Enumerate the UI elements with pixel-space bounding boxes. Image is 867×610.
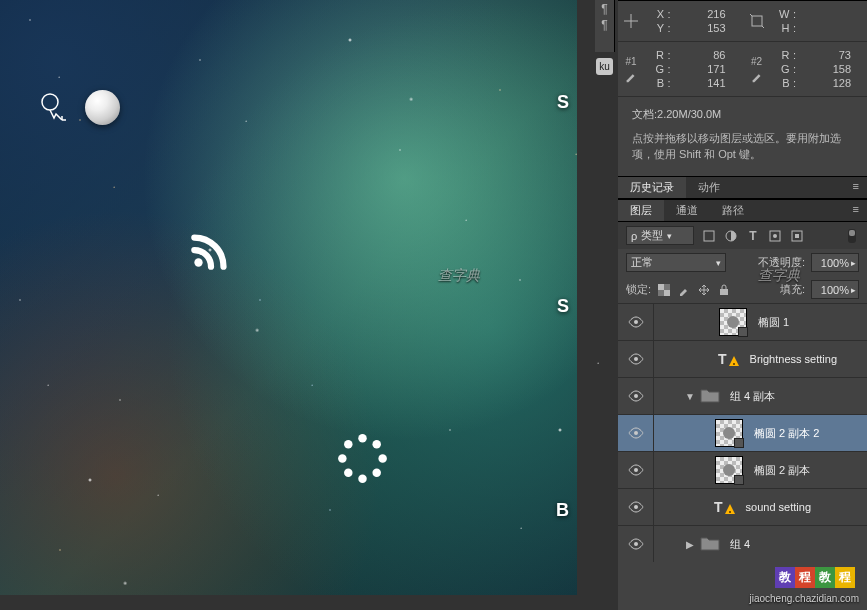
tab-paths[interactable]: 路径 <box>710 200 756 221</box>
filter-pixel-icon[interactable] <box>702 229 716 243</box>
visibility-toggle[interactable] <box>618 378 654 414</box>
lock-all-icon[interactable] <box>717 283 731 297</box>
svg-rect-10 <box>704 231 714 241</box>
layer-name[interactable]: Brightness setting <box>750 353 837 365</box>
opacity-label: 不透明度: <box>758 255 805 270</box>
document-canvas[interactable]: S S B 查字典 <box>0 0 577 595</box>
sampler1-g: 171 <box>674 62 738 76</box>
layer-row[interactable]: 椭圆 2 副本 2 <box>618 414 867 451</box>
svg-point-3 <box>372 468 380 476</box>
sphere-ellipse-1[interactable] <box>85 90 120 125</box>
panel-menu-icon[interactable]: ≡ <box>845 200 867 221</box>
layer-name[interactable]: 组 4 副本 <box>730 389 775 404</box>
layer-name[interactable]: 椭圆 2 副本 2 <box>754 426 819 441</box>
history-actions-tabbar: 历史记录 动作 ≡ <box>618 176 867 199</box>
svg-point-25 <box>634 394 638 398</box>
visibility-toggle[interactable] <box>618 415 654 451</box>
layer-row[interactable]: TBrightness setting <box>618 340 867 377</box>
lock-position-icon[interactable] <box>697 283 711 297</box>
visibility-toggle[interactable] <box>618 526 654 562</box>
svg-rect-21 <box>720 289 728 295</box>
text-layer-icon: T <box>718 351 740 367</box>
info-color-samplers-row: #1 R:86 G:171 B:141 #2 R:73 G:158 B:128 <box>618 42 867 96</box>
svg-rect-24 <box>733 363 735 365</box>
dimensions-icon <box>746 7 768 35</box>
tab-channels[interactable]: 通道 <box>664 200 710 221</box>
crosshair-icon <box>620 7 642 35</box>
layer-thumbnail[interactable] <box>719 308 747 336</box>
stars-overlay <box>0 0 577 595</box>
sampler1-b: 141 <box>674 76 738 90</box>
svg-rect-19 <box>658 284 664 290</box>
layers-panel-tabbar: 图层 通道 路径 ≡ <box>618 199 867 222</box>
loading-spinner-icon <box>336 432 389 485</box>
lock-fill-row: 锁定: 填充: 100%▸ <box>618 276 867 303</box>
svg-point-28 <box>634 505 638 509</box>
cropped-text-b: B <box>556 500 569 521</box>
svg-rect-9 <box>752 16 762 26</box>
ku-badge[interactable]: ku <box>596 58 613 75</box>
filter-type-icon[interactable]: T <box>746 229 760 243</box>
svg-point-30 <box>634 542 638 546</box>
info-position-row: X:216 Y:153 W: H: <box>618 1 867 41</box>
character-panel-icon[interactable]: ¶ <box>595 16 614 32</box>
lock-transparency-icon[interactable] <box>657 283 671 297</box>
blend-opacity-row: 正常▾ 不透明度: 100%▸ <box>618 249 867 276</box>
layer-row[interactable]: 椭圆 1 <box>618 303 867 340</box>
layer-filter-row: ρ 类型 ▾ T <box>618 222 867 249</box>
filter-smart-icon[interactable] <box>790 229 804 243</box>
cropped-text-s2: S <box>557 296 569 317</box>
layer-name[interactable]: 椭圆 1 <box>758 315 789 330</box>
visibility-toggle[interactable] <box>618 304 654 340</box>
wifi-icon <box>186 225 236 275</box>
collapsed-panel-strip[interactable]: ¶ ¶ <box>595 0 615 52</box>
layer-thumbnail[interactable] <box>715 456 743 484</box>
disclosure-triangle-icon[interactable]: ▶ <box>684 539 696 550</box>
layer-name[interactable]: 椭圆 2 副本 <box>754 463 810 478</box>
paragraph-panel-icon[interactable]: ¶ <box>595 0 614 16</box>
svg-rect-15 <box>795 234 799 238</box>
layer-name[interactable]: 组 4 <box>730 537 750 552</box>
svg-point-22 <box>634 320 638 324</box>
watermark-badge: 教程 教程 <box>775 567 855 588</box>
filter-shape-icon[interactable] <box>768 229 782 243</box>
blend-mode-select[interactable]: 正常▾ <box>626 253 726 272</box>
layer-thumbnail[interactable] <box>715 419 743 447</box>
info-x-value: 216 <box>674 7 738 21</box>
filter-adjust-icon[interactable] <box>724 229 738 243</box>
tab-layers[interactable]: 图层 <box>618 200 664 221</box>
svg-point-1 <box>372 440 380 448</box>
svg-point-27 <box>634 468 638 472</box>
panel-menu-icon[interactable]: ≡ <box>845 177 867 198</box>
lock-label: 锁定: <box>626 282 651 297</box>
opacity-input[interactable]: 100%▸ <box>811 253 859 272</box>
layer-row[interactable]: ▶组 4 <box>618 525 867 562</box>
fill-input[interactable]: 100%▸ <box>811 280 859 299</box>
tab-history[interactable]: 历史记录 <box>618 177 686 198</box>
fill-label: 填充: <box>780 282 805 297</box>
visibility-toggle[interactable] <box>618 341 654 377</box>
tool-hint-text: 点按并拖移以移动图层或选区。要用附加选项，使用 Shift 和 Opt 键。 <box>618 130 867 176</box>
visibility-toggle[interactable] <box>618 489 654 525</box>
filter-toggle-switch[interactable] <box>845 229 859 243</box>
folder-icon <box>700 387 720 405</box>
watermark-credit: jiaocheng.chazidian.com <box>749 593 859 604</box>
layer-name[interactable]: sound setting <box>746 501 811 513</box>
sampler2-g: 158 <box>800 62 864 76</box>
disclosure-triangle-icon[interactable]: ▼ <box>684 391 696 402</box>
layers-list: 椭圆 1TBrightness setting▼组 4 副本椭圆 2 副本 2椭… <box>618 303 867 562</box>
document-size-readout: 文档:2.20M/30.0M <box>618 97 867 130</box>
layer-row[interactable]: ▼组 4 副本 <box>618 377 867 414</box>
info-w-value <box>800 7 864 21</box>
layer-row[interactable]: Tsound setting <box>618 488 867 525</box>
sampler2-r: 73 <box>800 48 864 62</box>
panels-column: X:216 Y:153 W: H: #1 R:86 G:171 B:141 <box>618 0 867 610</box>
folder-icon <box>700 535 720 553</box>
info-y-value: 153 <box>674 21 738 35</box>
lock-pixels-icon[interactable] <box>677 283 691 297</box>
layer-filter-select[interactable]: ρ 类型 ▾ <box>626 226 694 245</box>
layer-row[interactable]: 椭圆 2 副本 <box>618 451 867 488</box>
tab-actions[interactable]: 动作 <box>686 177 732 198</box>
eyedropper-icon: #1 <box>620 48 642 90</box>
visibility-toggle[interactable] <box>618 452 654 488</box>
